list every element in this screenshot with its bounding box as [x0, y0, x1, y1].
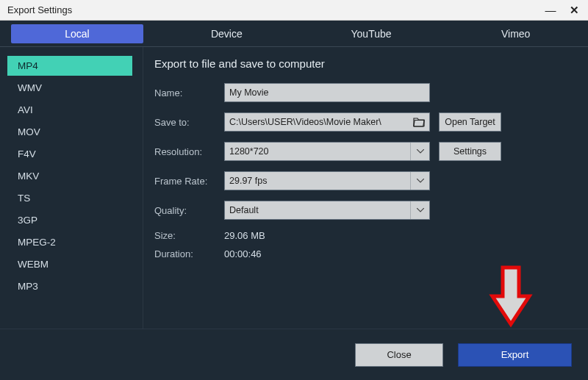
format-item-wmv[interactable]: WMV: [7, 78, 132, 98]
name-input[interactable]: [224, 83, 430, 102]
tab-local[interactable]: Local: [0, 21, 154, 46]
name-label: Name:: [154, 87, 224, 98]
framerate-label: Frame Rate:: [154, 176, 224, 187]
format-item-mp4[interactable]: MP4: [7, 56, 132, 76]
tab-youtube[interactable]: YouTube: [299, 21, 444, 46]
saveto-label: Save to:: [154, 117, 224, 128]
format-item-mkv[interactable]: MKV: [7, 166, 132, 186]
chevron-down-icon: [410, 143, 429, 160]
format-sidebar: MP4WMVAVIMOVF4VMKVTS3GPMPEG-2WEBMMP3: [0, 47, 143, 329]
close-button[interactable]: Close: [355, 343, 443, 367]
open-target-button[interactable]: Open Target: [439, 112, 501, 132]
format-item-webm[interactable]: WEBM: [7, 254, 132, 274]
quality-label: Quality:: [154, 205, 224, 216]
settings-button[interactable]: Settings: [439, 142, 501, 161]
resolution-select[interactable]: 1280*720: [224, 142, 430, 161]
framerate-select[interactable]: 29.97 fps: [224, 171, 430, 190]
format-item-mpeg-2[interactable]: MPEG-2: [7, 232, 132, 252]
format-item-mov[interactable]: MOV: [7, 122, 132, 142]
format-item-ts[interactable]: TS: [7, 188, 132, 208]
size-value: 29.06 MB: [224, 230, 265, 241]
close-window-button[interactable]: ✕: [567, 4, 581, 17]
saveto-value: C:\Users\USER\Videos\Movie Maker\: [229, 117, 381, 127]
tab-vimeo[interactable]: Vimeo: [443, 21, 588, 46]
saveto-input[interactable]: C:\Users\USER\Videos\Movie Maker\: [224, 112, 430, 132]
size-label: Size:: [154, 230, 224, 241]
quality-select[interactable]: Default: [224, 201, 430, 220]
title-bar: Export Settings — ✕: [0, 0, 588, 21]
format-item-3gp[interactable]: 3GP: [7, 210, 132, 230]
export-button[interactable]: Export: [458, 343, 572, 367]
tab-bar: Local Device YouTube Vimeo: [0, 21, 588, 47]
chevron-down-icon: [410, 172, 429, 190]
format-item-f4v[interactable]: F4V: [7, 144, 132, 164]
browse-folder-icon[interactable]: [412, 115, 426, 129]
svg-rect-0: [414, 121, 424, 127]
panel-heading: Export to file and save to computer: [154, 57, 573, 70]
window-controls: — ✕: [544, 4, 581, 17]
window-title: Export Settings: [7, 4, 72, 15]
chevron-down-icon: [410, 201, 429, 219]
format-item-mp3[interactable]: MP3: [7, 276, 132, 296]
duration-label: Duration:: [154, 248, 224, 259]
main-panel: Export to file and save to computer Name…: [143, 47, 588, 329]
format-item-avi[interactable]: AVI: [7, 100, 132, 120]
minimize-button[interactable]: —: [544, 4, 557, 17]
duration-value: 00:00:46: [224, 248, 262, 259]
tab-device[interactable]: Device: [154, 21, 299, 46]
bottom-bar: Close Export: [0, 329, 588, 380]
resolution-label: Resolution:: [154, 146, 224, 157]
